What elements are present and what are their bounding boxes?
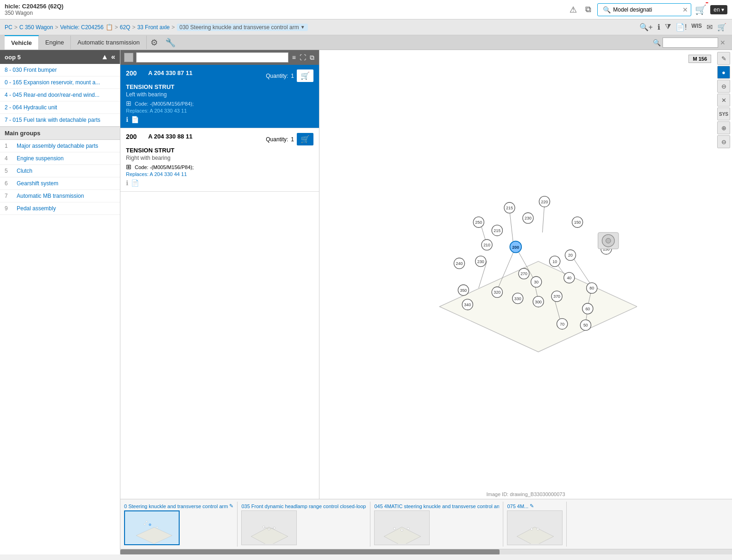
tab-vehicle[interactable]: Vehicle <box>5 35 39 50</box>
thumbnail-item-3[interactable]: 045 4MATIC steering knuckle and transver… <box>370 502 503 547</box>
wis-icon[interactable]: WIS <box>690 22 703 32</box>
sidebar-group-3[interactable]: 5 Clutch <box>0 165 120 177</box>
copy-icon[interactable]: ⧉ <box>583 4 594 15</box>
sidebar-nav-item-4[interactable]: 2 - 064 Hydraulic unit <box>0 101 120 114</box>
vehicle-copy-icon[interactable]: 📋 <box>106 24 113 31</box>
tab-vehicle-label: Vehicle <box>11 39 32 46</box>
thumbnail-item-1[interactable]: 0 Steering knuckle and transverse contro… <box>120 502 238 547</box>
copy-parts-icon[interactable]: ⧉ <box>309 53 315 63</box>
tab-search-input[interactable] <box>663 38 718 48</box>
tab-search-icon: 🔍 <box>651 39 663 46</box>
thumb-diagram-3 <box>376 512 427 544</box>
cart-icon[interactable]: 🛒 <box>695 4 707 15</box>
tab-engine[interactable]: Engine <box>39 36 71 49</box>
sidebar-nav-item-2[interactable]: 0 - 165 Expansion reservoir, mount a... <box>0 76 120 89</box>
tool-icon[interactable]: 🔧 <box>162 36 179 50</box>
settings-icon[interactable]: ⚙ <box>147 36 162 50</box>
sidebar-nav-item-5[interactable]: 7 - 015 Fuel tank with detachable parts <box>0 114 120 126</box>
sidebar-group-1[interactable]: 1 Major assembly detachable parts <box>0 140 120 152</box>
edit-diagram-btn[interactable]: ✎ <box>717 52 730 65</box>
sidebar-collapse-icon[interactable]: ▲ <box>101 53 108 61</box>
cart-bc-icon[interactable]: 🛒 <box>716 22 727 32</box>
sidebar-nav-item-3[interactable]: 4 - 045 Rear-end door/rear-end wind... <box>0 89 120 101</box>
parts-toolbar: ≡ ⛶ ⧉ <box>120 50 319 65</box>
zoom-plus-icon[interactable]: 🔍+ <box>638 22 654 32</box>
sys-btn[interactable]: SYS <box>717 107 730 120</box>
sidebar-group-2[interactable]: 4 Engine suspension <box>0 152 120 165</box>
sidebar-section-header: Main groups <box>0 126 120 140</box>
qty-value-1: 1 <box>291 73 294 79</box>
search-clear-icon[interactable]: ✕ <box>682 6 688 13</box>
filter-icon[interactable]: ⧩ <box>664 22 672 32</box>
part-item-1[interactable]: 200 A 204 330 87 11 Quantity: 1 🛒 TENSIO… <box>120 65 319 128</box>
breadcrumb-vehicle[interactable]: Vehicle: C204256 <box>60 24 104 31</box>
nav-label-5: 015 Fuel tank with detachable parts <box>13 117 100 123</box>
sidebar-group-4[interactable]: 6 Gearshift system <box>0 177 120 190</box>
parts-and-image: ≡ ⛶ ⧉ 200 A 204 330 87 11 Quantity: <box>120 50 732 499</box>
sidebar-nav-item-1[interactable]: 8 - 030 Front bumper <box>0 64 120 76</box>
thumbnail-item-2[interactable]: 035 Front dynamic headlamp range control… <box>238 502 370 547</box>
doc-part-icon-2[interactable]: 📄 <box>131 179 139 187</box>
expand-icon[interactable]: ⛶ <box>299 53 307 63</box>
sidebar-close-icon[interactable]: « <box>111 53 115 61</box>
group-num-6: 9 <box>5 205 13 212</box>
code-text-2: Code: -(M005/M156/P84); <box>135 164 194 170</box>
breadcrumb-front-axle[interactable]: 33 Front axle <box>137 24 169 31</box>
breadcrumb-current[interactable]: 030 Steering knuckle and transverse cont… <box>177 24 308 31</box>
tab-search-clear[interactable]: ✕ <box>718 39 727 46</box>
breadcrumb-pc[interactable]: PC <box>5 24 13 31</box>
sep4: > <box>132 24 135 31</box>
part-article-1: A 204 330 87 11 <box>148 69 266 76</box>
blue-btn-1[interactable]: ● <box>717 66 730 79</box>
doc-part-icon-1[interactable]: 📄 <box>131 116 139 123</box>
info-part-icon-2[interactable]: ℹ <box>126 179 128 187</box>
breadcrumb-wagon[interactable]: C 350 Wagon <box>19 24 53 31</box>
header-right: ⚠ ⧉ 🔍 ✕ 🛒 en ▾ <box>567 3 727 16</box>
group-label-4: Gearshift system <box>17 180 58 187</box>
part-icons-1: ℹ 📄 <box>126 116 313 123</box>
cross-btn[interactable]: ✕ <box>717 94 730 107</box>
nav-label-4: 064 Hydraulic unit <box>13 104 57 111</box>
info-icon[interactable]: ℹ <box>657 22 661 32</box>
nav-num-5: 7 - <box>5 117 13 123</box>
group-label-1: Major assembly detachable parts <box>17 143 98 149</box>
list-view-icon[interactable]: ≡ <box>291 53 297 63</box>
sidebar-title: oop 5 <box>5 54 21 61</box>
label-340: 340 <box>464 302 471 307</box>
thumbnail-text-4: 075 4M... <box>507 503 528 509</box>
label-350: 350 <box>460 288 467 292</box>
tab-engine-label: Engine <box>45 39 64 46</box>
thumbnail-img-3 <box>374 510 430 545</box>
breadcrumb-62q[interactable]: 62Q <box>120 24 131 31</box>
nav-num-2: 0 - <box>5 79 13 86</box>
add-to-cart-2[interactable]: 🛒 <box>297 133 313 145</box>
thumbnail-text-2: 035 Front dynamic headlamp range control… <box>241 503 366 509</box>
edit-thumb-4[interactable]: ✎ <box>530 503 534 509</box>
scrollbar-thumb[interactable] <box>120 549 500 554</box>
edit-thumb-1[interactable]: ✎ <box>229 503 233 509</box>
thumbnail-item-4[interactable]: 075 4M... ✎ <box>503 502 567 547</box>
sidebar-group-5[interactable]: 7 Automatic MB transmission <box>0 190 120 202</box>
svg-point-2 <box>149 523 151 526</box>
part-replaces-1[interactable]: Replaces: A 204 330 43 11 <box>126 108 313 113</box>
tab-auto-transmission[interactable]: Automatic transmission <box>71 36 146 49</box>
thumb-diagram-2 <box>244 512 294 544</box>
scrollbar-track[interactable] <box>120 549 732 554</box>
info-part-icon-1[interactable]: ℹ <box>126 116 128 123</box>
zoom-in-img-btn[interactable]: ⊕ <box>717 121 730 134</box>
part-item-2[interactable]: 200 A 204 330 88 11 Quantity: 1 🛒 TENSIO… <box>120 128 319 192</box>
language-selector[interactable]: en ▾ <box>710 5 727 14</box>
dropdown-icon[interactable]: ▼ <box>300 25 305 30</box>
add-to-cart-1[interactable]: 🛒 <box>297 69 313 82</box>
doc-warning-icon[interactable]: 📄! <box>675 22 688 32</box>
part-replaces-2[interactable]: Replaces: A 204 330 44 11 <box>126 171 313 177</box>
mail-icon[interactable]: ✉ <box>706 22 713 32</box>
thumbnail-row: 0 Steering knuckle and transverse contro… <box>120 502 732 547</box>
parts-search-input[interactable] <box>136 52 288 63</box>
zoom-out-btn2[interactable]: ⊖ <box>717 135 730 148</box>
section-title: Main groups <box>5 130 40 137</box>
sidebar-group-6[interactable]: 9 Pedal assembly <box>0 202 120 215</box>
warning-icon[interactable]: ⚠ <box>567 4 579 16</box>
header-search-input[interactable] <box>613 6 682 13</box>
zoom-out-img-btn[interactable]: ⊖ <box>717 80 730 93</box>
